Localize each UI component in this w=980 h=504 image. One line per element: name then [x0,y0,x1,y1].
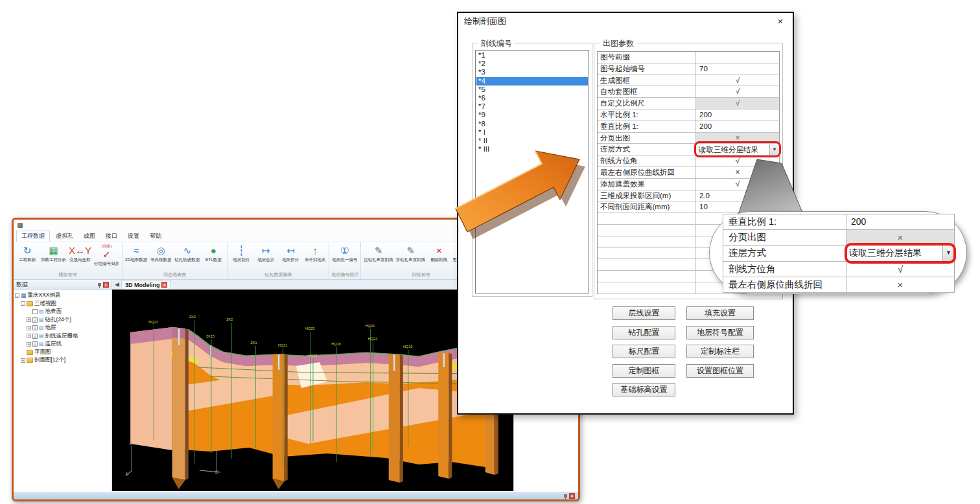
section-line-group-label: 剖线编号 [478,38,515,49]
checkbox[interactable]: √ [32,341,38,347]
checkbox[interactable]: √ [32,325,38,330]
dropdown-arrow-icon[interactable]: ▼ [769,144,779,155]
param-check[interactable]: × [696,133,779,144]
borehole-label: HQ25 [305,326,314,330]
list-item[interactable]: *6 [476,94,588,102]
ribbon-button[interactable]: ①地层统一编号 [331,244,358,264]
ribbon-button[interactable]: ▦加载工程分析 [40,244,67,264]
dialog-close-icon[interactable]: × [774,15,787,28]
param-label: 添加遮盖效果 [598,179,696,190]
layer-divide-icon: ┆ [239,244,244,257]
tree-item[interactable]: -三维视图 [14,300,111,308]
folder-icon [27,358,33,363]
expand-icon[interactable]: + [27,342,31,347]
expand-icon[interactable]: - [21,301,25,306]
layer-icon: ▤ [39,334,44,339]
ribbon-button[interactable]: ◎等高线数据 [149,244,172,264]
dialog-button[interactable]: 标尺配置 [612,345,675,358]
statusbar-close-icon[interactable]: × [569,493,575,499]
list-item[interactable]: *5 [476,86,588,94]
ribbon-button[interactable]: (分组)✓分组编号归并 [93,244,120,268]
ribbon-button[interactable]: ✎过钻孔布置剖线 [363,244,394,264]
tree-item[interactable]: +√▤连层线 [14,340,111,349]
borehole-label: HQ19 [403,345,412,349]
checkbox[interactable]: √ [32,334,38,339]
ribbon-button[interactable]: ∿钻孔轨迹数据 [174,244,200,264]
tree-item[interactable]: ▤地表面 [14,308,111,316]
menu-tab[interactable]: 虚拟孔 [51,231,78,242]
document-tab-bar: ◀ 3D Modeling × ▸ [112,280,513,290]
menu-tab[interactable]: 工程数据 [16,231,50,242]
list-item[interactable]: *7 [476,102,588,111]
list-item[interactable]: *8 [476,120,588,128]
param-label: 水平比例 1: [598,109,696,120]
dialog-button[interactable]: 定制图框 [612,364,675,378]
param-dropdown[interactable]: 读取三维分层结果▼ [696,144,779,155]
expand-icon[interactable]: + [27,334,31,338]
dropdown[interactable]: 读取三维分层结果▼ [696,144,779,155]
tree-item[interactable]: +√▤地层 [14,324,111,332]
folder-icon [27,301,33,306]
dropdown: 读取三维分层结果▼ [846,246,954,260]
terrain-data-icon: ≈ [134,244,139,257]
list-item[interactable]: *9 [476,111,588,119]
3d-viewport[interactable]: HQ22ZK3ZK2ZK15ZK1HQ25HQ21HQ18HQ24HQ23HQ1… [112,290,513,491]
dialog-button[interactable]: 地层符号配置 [686,326,754,339]
expand-icon[interactable]: - [15,293,19,298]
borehole-label: HQ13 [308,354,317,358]
ribbon-button[interactable]: ✎穿钻孔布置剖线 [395,244,426,264]
tab-3d-modeling[interactable]: 3D Modeling × [121,280,172,289]
param-value[interactable]: 200 [696,121,779,132]
checkbox[interactable]: √ [32,317,38,323]
dialog-button[interactable]: 设置图框位置 [686,364,754,378]
dialog-button[interactable]: 填充设置 [686,306,754,320]
ribbon-button[interactable]: X↔Y交换xy坐标 [68,244,92,264]
ribbon-button[interactable]: ≈2D地形数据 [124,244,148,264]
dialog-button[interactable]: 基础标高设置 [612,383,675,396]
panel-close-icon[interactable]: × [103,282,109,288]
ribbon-button[interactable]: ↤地层拆分 [279,244,302,264]
list-item[interactable]: * II [476,137,588,145]
list-item[interactable]: *3 [476,68,588,76]
dialog-button[interactable]: 层线设置 [612,306,675,320]
tree-item[interactable]: +√▤钻孔(24个) [14,316,111,325]
tree-item[interactable]: +√▤剖线连层栅格 [14,332,111,341]
checkbox[interactable] [32,309,38,314]
ribbon-button[interactable]: ┆地层划分 [229,244,253,264]
dialog-button[interactable]: 钻孔配置 [612,326,675,339]
pin-icon[interactable] [98,283,101,286]
list-item[interactable]: *4 [476,77,588,86]
ribbon-button[interactable]: ↑补齐到地表 [303,244,327,264]
menu-tab[interactable]: 设置 [123,231,144,242]
list-item[interactable]: *1 [476,51,588,60]
tree-item[interactable]: -▦重庆XXX例题 [14,292,111,300]
ribbon-button[interactable]: ↦地层合并 [254,244,277,264]
list-item[interactable]: * I [476,128,588,137]
tree-item[interactable]: +剖面图[12个] [14,356,111,365]
ribbon-group: ≈2D地形数据◎等高线数据∿钻孔轨迹数据●STL数据综合地表面 [122,242,228,279]
tree-item[interactable]: 平面图 [14,349,111,357]
dialog-button[interactable]: 定制标注栏 [686,345,754,358]
expand-icon[interactable]: + [27,317,31,322]
param-check[interactable]: √ [696,75,779,86]
tab-close-icon[interactable]: × [161,282,167,288]
param-value[interactable]: 70 [696,63,779,74]
list-item[interactable]: *2 [476,60,588,68]
param-value[interactable]: 200 [696,109,779,120]
ribbon-button[interactable]: ●STL数据 [202,244,225,264]
ribbon-button[interactable]: ×删除剖线 [427,244,450,264]
param-check[interactable]: √ [696,86,779,97]
tab-scroll-left-icon[interactable]: ◀ [115,281,119,288]
param-value[interactable] [696,52,779,63]
layer-split-icon: ↤ [286,244,295,257]
refresh-project-icon: ↻ [23,244,32,257]
expand-icon[interactable]: + [27,326,31,330]
param-check[interactable]: √ [696,98,779,109]
menu-tab[interactable]: 成图 [79,231,100,242]
ribbon-button[interactable]: ↻工程刷新 [16,244,39,264]
menu-tab[interactable]: 帮助 [145,231,166,242]
menu-tab[interactable]: 接口 [101,231,122,242]
pin-icon[interactable] [564,494,567,498]
expand-icon[interactable]: + [21,358,25,363]
param-label: 剖线方位角 [723,262,846,277]
